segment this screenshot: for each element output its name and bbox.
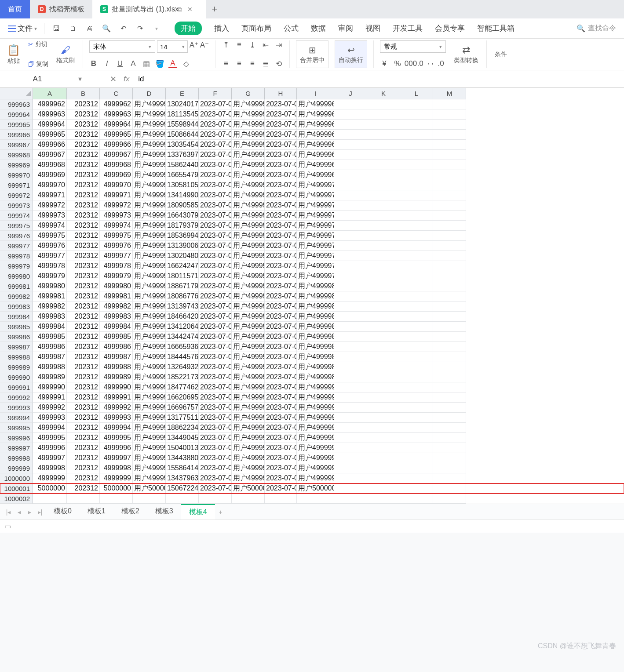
table-row[interactable]: 99998749999862023124999986用户499991666593… [0,342,624,352]
undo-icon[interactable]: ↶ [118,24,128,33]
cell[interactable] [367,190,400,200]
cell[interactable] [400,372,433,382]
cell[interactable]: 用户4999966 [297,140,334,150]
cell[interactable] [334,261,367,271]
cell[interactable]: 4999975 [100,231,133,241]
table-row[interactable]: 99999449999932023124999993用户499991317751… [0,413,624,423]
table-row[interactable]: 99998649999852023124999985用户499991344247… [0,332,624,342]
cell[interactable]: 180867761 [166,291,199,301]
cell[interactable]: 202312 [67,463,100,473]
cell[interactable]: 用户49999 [232,261,265,271]
cell[interactable]: 用户49999 [133,332,166,342]
font-decrease-icon[interactable]: A⁻ [200,40,209,49]
cell[interactable]: 4999965 [33,130,67,140]
cell[interactable] [367,352,400,362]
cell[interactable] [334,372,367,382]
cell[interactable]: 2023-07-02 [199,170,232,180]
cell[interactable]: 4999986 [33,342,67,352]
paste-button[interactable]: 📋粘贴 [5,40,22,68]
copy-button[interactable]: 🗍复制 [28,60,48,68]
cell[interactable]: 用户49999 [232,140,265,150]
cell[interactable]: 用户49999 [133,342,166,352]
cell[interactable]: 2023-07-02 [265,190,297,200]
save-as-icon[interactable]: 🗋 [68,24,78,33]
cell[interactable]: 2023-07-02 [199,453,232,463]
cell[interactable] [367,99,400,109]
cell[interactable]: 用户49999 [232,120,265,130]
table-row[interactable]: 99996949999682023124999968用户499991586244… [0,160,624,170]
cell[interactable]: 202312 [67,200,100,211]
cell[interactable]: 202312 [67,231,100,241]
cell[interactable]: 4999985 [33,332,67,342]
ribbon-tab-review[interactable]: 审阅 [338,23,353,33]
row-header[interactable]: 1000001 [0,483,33,494]
cell[interactable]: 2023-07-02 [199,403,232,413]
cell[interactable]: 用户4999988 [297,362,334,372]
cell[interactable]: 202312 [67,413,100,423]
cell[interactable]: 2023-07-02 [199,332,232,342]
cell[interactable]: 用户4999970 [297,180,334,190]
cell[interactable] [433,109,466,120]
cell[interactable]: 2023-07-02 [199,261,232,271]
cell[interactable]: 用户49999 [133,190,166,200]
currency-icon[interactable]: ¥ [380,59,389,68]
cell[interactable] [433,473,466,483]
table-row[interactable]: 99997549999742023124999974用户499991817937… [0,221,624,231]
cell[interactable]: 2023-07-02 [199,221,232,231]
row-header[interactable]: 999973 [0,200,33,211]
cell[interactable]: 166659361 [166,342,199,352]
cell[interactable]: 用户49999 [133,180,166,190]
cell[interactable] [367,494,400,504]
cell[interactable] [367,221,400,231]
cell[interactable]: 用户49999 [133,322,166,332]
cell[interactable]: 202312 [67,180,100,190]
cell[interactable]: 4999987 [33,352,67,362]
qat-dropdown-icon[interactable]: ▾ [152,24,161,33]
cell[interactable] [334,463,367,473]
cell[interactable] [334,423,367,433]
cell[interactable]: 4999963 [100,109,133,120]
cell[interactable]: 2023-07-02 [199,150,232,160]
cell[interactable]: 181135457 [166,109,199,120]
border-icon[interactable]: ▦ [142,59,151,68]
cell[interactable]: 用户49999 [133,120,166,130]
cell[interactable]: 用户4999967 [297,150,334,160]
cell[interactable]: 4999993 [100,413,133,423]
cell[interactable] [367,180,400,190]
cell[interactable]: 131390061 [166,241,199,251]
cell[interactable]: 166206959 [166,392,199,403]
align-top-icon[interactable]: ⤒ [222,40,230,49]
cell[interactable]: 202312 [67,99,100,109]
table-row[interactable]: 100000049999992023124999999用户49999134379… [0,473,624,483]
cell[interactable]: 2023-07-02 [265,140,297,150]
cell[interactable]: 2023-07-02 [199,281,232,291]
cell[interactable]: 用户4999998 [297,463,334,473]
cell[interactable]: 4999970 [100,180,133,190]
cell[interactable] [334,473,367,483]
cell[interactable] [400,443,433,453]
cell[interactable] [334,433,367,443]
cell[interactable]: 4999974 [100,221,133,231]
row-header[interactable]: 1000000 [0,473,33,483]
cell[interactable] [334,332,367,342]
cell[interactable]: 202312 [67,160,100,170]
inc-decimal-icon[interactable]: .0→ [420,59,428,68]
cell[interactable] [133,494,166,504]
name-box-input[interactable] [0,70,75,87]
row-header[interactable]: 999994 [0,413,33,423]
cell[interactable]: 用户49999 [133,443,166,453]
cell[interactable] [400,99,433,109]
table-row[interactable]: 99998349999822023124999982用户499991313974… [0,301,624,312]
cell[interactable]: 2023-07-02 [265,150,297,160]
table-row[interactable]: 99996449999632023124999963用户499991811354… [0,109,624,120]
cell[interactable] [433,362,466,372]
cell[interactable]: 4999974 [33,221,67,231]
cell[interactable]: 用户4999999 [297,473,334,483]
cell[interactable]: 用户49999 [133,271,166,281]
cell[interactable]: 4999967 [33,150,67,160]
cell[interactable] [334,362,367,372]
ribbon-tab-start[interactable]: 开始 [175,22,202,35]
cell[interactable] [334,352,367,362]
cell[interactable] [367,392,400,403]
row-header[interactable]: 999999 [0,463,33,473]
